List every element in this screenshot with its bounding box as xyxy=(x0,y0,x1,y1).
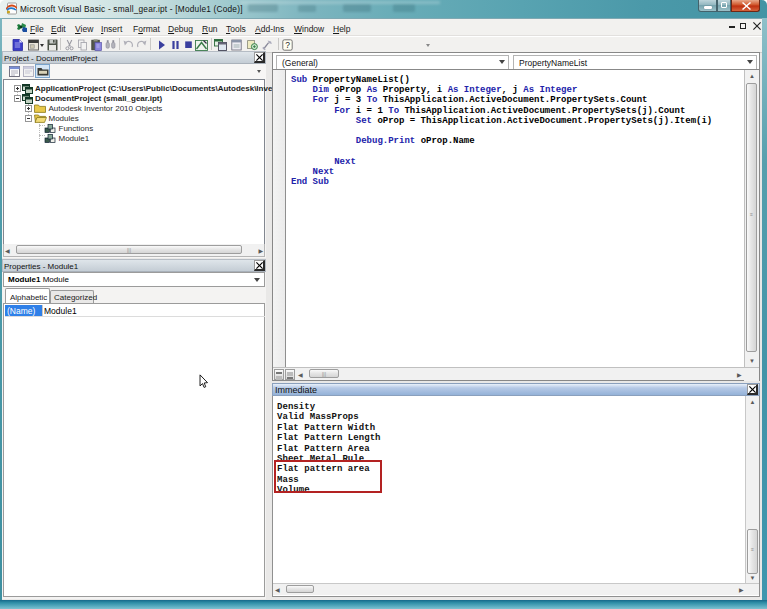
svg-text:?: ? xyxy=(285,40,290,50)
